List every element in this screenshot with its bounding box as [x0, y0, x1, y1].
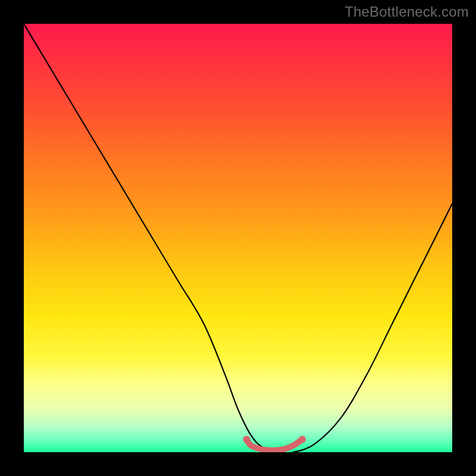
- chart-frame: TheBottleneck.com: [0, 0, 476, 476]
- chart-svg: [24, 24, 452, 452]
- optimal-range-marker-dot-left: [243, 436, 250, 443]
- watermark-text: TheBottleneck.com: [345, 4, 469, 20]
- optimal-range-marker-dot-right: [299, 436, 306, 443]
- bottleneck-curve-line: [24, 24, 452, 452]
